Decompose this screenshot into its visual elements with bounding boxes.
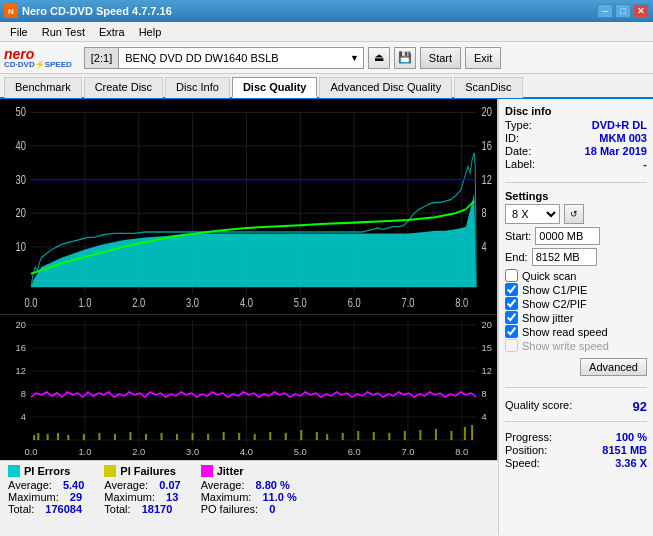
tab-disc-info[interactable]: Disc Info bbox=[165, 77, 230, 98]
svg-text:4: 4 bbox=[481, 412, 486, 422]
svg-text:6.0: 6.0 bbox=[348, 296, 361, 309]
svg-text:20: 20 bbox=[481, 105, 491, 118]
position-label: Position: bbox=[505, 444, 547, 456]
tab-create-disc[interactable]: Create Disc bbox=[84, 77, 163, 98]
start-button[interactable]: Start bbox=[420, 47, 461, 69]
svg-rect-84 bbox=[373, 432, 375, 440]
svg-text:1.0: 1.0 bbox=[78, 296, 91, 309]
svg-text:1.0: 1.0 bbox=[78, 447, 91, 457]
settings-section: Settings 8 X 4 X 2 X Max ↺ Start: End: bbox=[505, 190, 647, 376]
toolbar: nero CD·DVD⚡SPEED [2:1] BENQ DVD DD DW16… bbox=[0, 42, 653, 74]
pif-max-value: 13 bbox=[166, 491, 178, 503]
svg-rect-77 bbox=[269, 432, 271, 440]
right-panel: Disc info Type: DVD+R DL ID: MKM 003 Dat… bbox=[498, 99, 653, 535]
svg-rect-60 bbox=[33, 435, 35, 440]
show-read-speed-check[interactable] bbox=[505, 325, 518, 338]
svg-rect-91 bbox=[471, 425, 473, 440]
svg-text:4: 4 bbox=[21, 412, 26, 422]
tab-bar: Benchmark Create Disc Disc Info Disc Qua… bbox=[0, 74, 653, 99]
svg-text:30: 30 bbox=[16, 172, 26, 185]
show-c1pie-label: Show C1/PIE bbox=[522, 284, 587, 296]
svg-text:3.0: 3.0 bbox=[186, 296, 199, 309]
svg-text:7.0: 7.0 bbox=[401, 447, 414, 457]
settings-refresh-btn[interactable]: ↺ bbox=[564, 204, 584, 224]
drive-selector[interactable]: [2:1] BENQ DVD DD DW1640 BSLB ▼ bbox=[84, 47, 364, 69]
eject-button[interactable]: ⏏ bbox=[368, 47, 390, 69]
pif-avg-label: Average: bbox=[104, 479, 148, 491]
divider-3 bbox=[505, 421, 647, 422]
svg-rect-73 bbox=[207, 434, 209, 440]
svg-rect-64 bbox=[67, 435, 69, 440]
menu-file[interactable]: File bbox=[4, 24, 34, 40]
pie-total-value: 176084 bbox=[45, 503, 82, 515]
legend-area: PI Errors Average: 5.40 Maximum: 29 Tota… bbox=[0, 460, 498, 535]
svg-text:2.0: 2.0 bbox=[132, 447, 145, 457]
svg-rect-63 bbox=[57, 433, 59, 440]
svg-text:16: 16 bbox=[16, 343, 26, 353]
minimize-button[interactable]: ─ bbox=[597, 4, 613, 18]
save-button[interactable]: 💾 bbox=[394, 47, 416, 69]
pie-color-box bbox=[8, 465, 20, 477]
svg-text:12: 12 bbox=[481, 172, 491, 185]
divider-1 bbox=[505, 182, 647, 183]
svg-rect-72 bbox=[192, 433, 194, 440]
svg-rect-80 bbox=[316, 432, 318, 440]
svg-rect-76 bbox=[254, 434, 256, 440]
menu-bar: File Run Test Extra Help bbox=[0, 22, 653, 42]
advanced-button[interactable]: Advanced bbox=[580, 358, 647, 376]
end-mb-label: End: bbox=[505, 251, 528, 263]
progress-value: 100 % bbox=[616, 431, 647, 443]
menu-help[interactable]: Help bbox=[133, 24, 168, 40]
svg-rect-83 bbox=[357, 431, 359, 440]
svg-rect-67 bbox=[114, 434, 116, 440]
tab-scandisc[interactable]: ScanDisc bbox=[454, 77, 522, 98]
id-value: MKM 003 bbox=[599, 132, 647, 144]
title-bar: N Nero CD-DVD Speed 4.7.7.16 ─ □ ✕ bbox=[0, 0, 653, 22]
svg-text:20: 20 bbox=[16, 206, 26, 219]
menu-runtest[interactable]: Run Test bbox=[36, 24, 91, 40]
show-c1pie-check[interactable] bbox=[505, 283, 518, 296]
legend-jitter: Jitter Average: 8.80 % Maximum: 11.0 % P… bbox=[201, 465, 297, 515]
start-mb-input[interactable] bbox=[535, 227, 600, 245]
exit-button[interactable]: Exit bbox=[465, 47, 501, 69]
svg-rect-90 bbox=[464, 427, 466, 440]
speed-select[interactable]: 8 X 4 X 2 X Max bbox=[505, 204, 560, 224]
tab-advanced-disc-quality[interactable]: Advanced Disc Quality bbox=[319, 77, 452, 98]
pie-avg-label: Average: bbox=[8, 479, 52, 491]
svg-text:8.0: 8.0 bbox=[455, 447, 468, 457]
type-value: DVD+R DL bbox=[592, 119, 647, 131]
svg-text:5.0: 5.0 bbox=[294, 296, 307, 309]
svg-text:8: 8 bbox=[21, 389, 26, 399]
svg-rect-74 bbox=[223, 432, 225, 440]
disc-label-label: Label: bbox=[505, 158, 535, 170]
tab-disc-quality[interactable]: Disc Quality bbox=[232, 77, 318, 98]
show-jitter-check[interactable] bbox=[505, 311, 518, 324]
maximize-button[interactable]: □ bbox=[615, 4, 631, 18]
menu-extra[interactable]: Extra bbox=[93, 24, 131, 40]
close-button[interactable]: ✕ bbox=[633, 4, 649, 18]
jitter-avg-value: 8.80 % bbox=[256, 479, 290, 491]
show-read-speed-row: Show read speed bbox=[505, 325, 647, 338]
disc-label-value: - bbox=[643, 158, 647, 170]
svg-text:10: 10 bbox=[16, 240, 26, 253]
end-mb-input[interactable] bbox=[532, 248, 597, 266]
show-c2pif-check[interactable] bbox=[505, 297, 518, 310]
svg-text:8: 8 bbox=[481, 206, 486, 219]
progress-section: Progress: 100 % Position: 8151 MB Speed:… bbox=[505, 431, 647, 470]
svg-rect-62 bbox=[47, 434, 49, 440]
show-write-speed-row: Show write speed bbox=[505, 339, 647, 352]
svg-rect-69 bbox=[145, 434, 147, 440]
svg-text:0.0: 0.0 bbox=[25, 296, 38, 309]
tab-benchmark[interactable]: Benchmark bbox=[4, 77, 82, 98]
window-title: Nero CD-DVD Speed 4.7.7.16 bbox=[22, 5, 172, 17]
date-label: Date: bbox=[505, 145, 531, 157]
chart-area: 50 40 30 20 10 20 16 12 8 4 bbox=[0, 99, 498, 460]
svg-rect-61 bbox=[37, 433, 39, 440]
legend-pif: PI Failures Average: 0.07 Maximum: 13 To… bbox=[104, 465, 180, 515]
svg-text:7.0: 7.0 bbox=[401, 296, 414, 309]
quick-scan-check[interactable] bbox=[505, 269, 518, 282]
svg-text:3.0: 3.0 bbox=[186, 447, 199, 457]
drive-dropdown-icon[interactable]: ▼ bbox=[346, 53, 363, 63]
quick-scan-row: Quick scan bbox=[505, 269, 647, 282]
show-write-speed-check[interactable] bbox=[505, 339, 518, 352]
